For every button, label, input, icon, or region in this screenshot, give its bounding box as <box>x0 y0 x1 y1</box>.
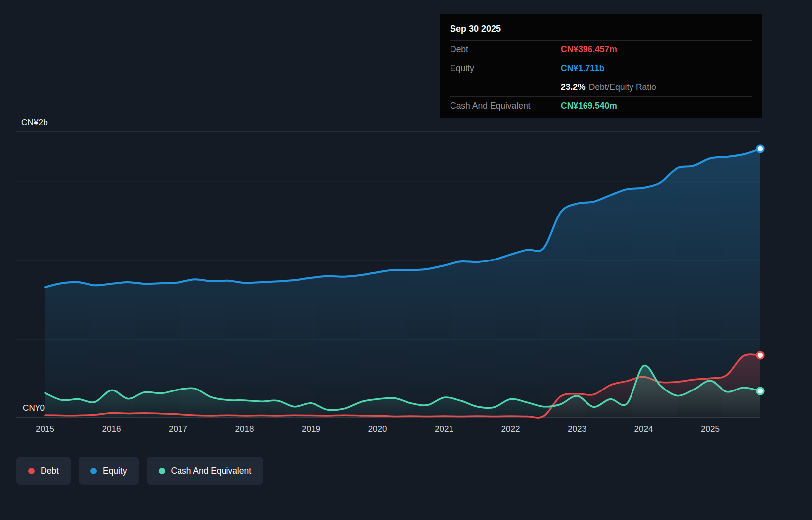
legend-debt-label: Debt <box>41 466 59 476</box>
y-axis-zero-label: CN¥0 <box>23 403 45 413</box>
legend-item-equity[interactable]: Equity <box>79 457 139 485</box>
tooltip-ratio-label: Debt/Equity Ratio <box>589 82 656 92</box>
y-axis-max-label: CN¥2b <box>21 118 48 128</box>
tooltip-debt-label: Debt <box>450 44 561 55</box>
tooltip-row-ratio: 23.2%Debt/Equity Ratio <box>450 78 752 96</box>
tooltip-row-cash: Cash And Equivalent CN¥169.540m <box>450 96 752 115</box>
legend-item-debt[interactable]: Debt <box>16 457 71 485</box>
tooltip-row-debt: Debt CN¥396.457m <box>450 40 752 59</box>
tooltip-cash-label: Cash And Equivalent <box>450 101 561 111</box>
equity-legend-dot <box>90 468 97 474</box>
tooltip-row-equity: Equity CN¥1.711b <box>450 59 752 78</box>
tooltip-equity-value: CN¥1.711b <box>561 63 605 74</box>
chart-tooltip: Sep 30 2025 Debt CN¥396.457m Equity CN¥1… <box>440 14 762 118</box>
debt-legend-dot <box>28 468 35 474</box>
end-marker-debt[interactable] <box>757 352 764 359</box>
tooltip-equity-label: Equity <box>450 63 561 74</box>
tooltip-ratio-value: 23.2%Debt/Equity Ratio <box>561 82 656 92</box>
tooltip-date: Sep 30 2025 <box>450 19 752 40</box>
tooltip-cash-value: CN¥169.540m <box>561 101 617 111</box>
chart-legend: Debt Equity Cash And Equivalent <box>16 457 263 485</box>
legend-cash-label: Cash And Equivalent <box>171 466 251 476</box>
tooltip-ratio-percent: 23.2% <box>561 82 586 92</box>
end-marker-equity[interactable] <box>757 145 764 152</box>
end-marker-cash-and-equivalent[interactable] <box>757 388 764 394</box>
tooltip-debt-value: CN¥396.457m <box>561 44 617 55</box>
cash-legend-dot <box>159 468 165 474</box>
legend-equity-label: Equity <box>103 466 127 476</box>
legend-item-cash[interactable]: Cash And Equivalent <box>147 457 263 485</box>
